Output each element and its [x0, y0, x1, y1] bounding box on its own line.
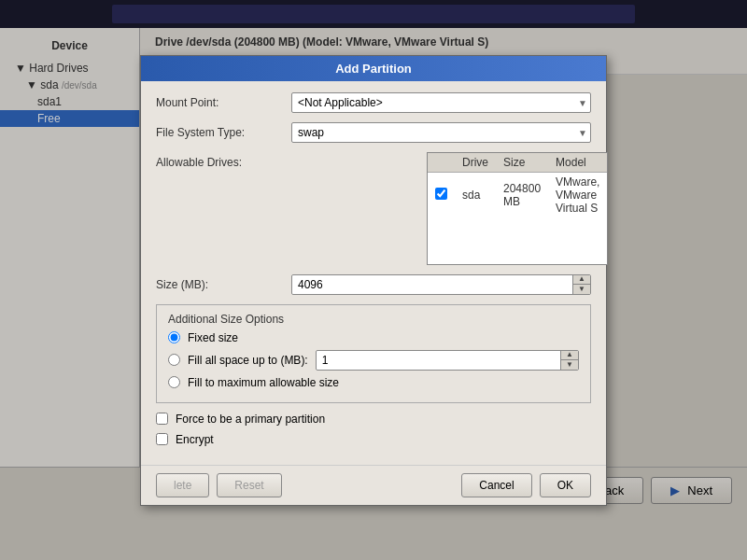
drive-checkbox[interactable] [435, 188, 447, 200]
fill-all-space-label: Fill all space up to (MB): [188, 354, 308, 367]
size-decrement-button[interactable]: ▼ [573, 285, 590, 294]
additional-size-options-group: Additional Size Options Fixed size Fill … [156, 304, 591, 403]
size-spinbox-buttons: ▲ ▼ [572, 275, 590, 294]
encrypt-row: Encrypt [156, 433, 591, 446]
drive-model-cell: VMware, VMware Virtual S [548, 172, 607, 217]
col-check [428, 153, 455, 173]
reset-button[interactable]: Reset [217, 473, 281, 497]
fill-all-space-row: Fill all space up to (MB): ▲ ▼ [168, 350, 579, 371]
additional-size-options-label: Additional Size Options [168, 313, 579, 326]
force-primary-row: Force to be a primary partition [156, 413, 591, 426]
col-drive: Drive [455, 153, 496, 173]
encrypt-label: Encrypt [176, 433, 214, 446]
dialog-title: Add Partition [141, 56, 606, 81]
mount-point-label: Mount Point: [156, 96, 291, 109]
fill-all-space-radio[interactable] [168, 354, 180, 366]
force-primary-checkbox[interactable] [156, 413, 168, 425]
size-increment-button[interactable]: ▲ [573, 275, 590, 286]
size-row: Size (MB): ▲ ▼ [156, 274, 591, 295]
fixed-size-radio[interactable] [168, 331, 180, 343]
mount-point-select[interactable]: <Not Applicable> [291, 92, 591, 113]
size-spinbox: ▲ ▼ [291, 274, 591, 295]
allowable-drives-table: Drive Size Model sda 204800 [428, 153, 607, 217]
size-input[interactable] [292, 275, 572, 294]
cancel-button[interactable]: Cancel [461, 473, 531, 497]
fixed-size-row: Fixed size [168, 331, 579, 344]
file-system-type-select[interactable]: swap ext4 ext3 xfs vfat [291, 122, 591, 143]
fill-max-row: Fill to maximum allowable size [168, 376, 579, 389]
drive-name-cell: sda [455, 172, 496, 217]
dialog-footer: lete Reset Cancel OK [141, 465, 606, 505]
mount-point-row: Mount Point: <Not Applicable> ▼ [156, 92, 591, 113]
fill-value-spinbox: ▲ ▼ [316, 350, 579, 371]
file-system-type-row: File System Type: swap ext4 ext3 xfs vfa… [156, 122, 591, 143]
ok-button[interactable]: OK [540, 473, 591, 497]
delete-button[interactable]: lete [156, 473, 209, 497]
fill-decrement-button[interactable]: ▼ [561, 360, 578, 370]
fixed-size-label: Fixed size [188, 331, 238, 344]
allowable-drives-table-wrapper: Drive Size Model sda 204800 [427, 152, 608, 265]
file-system-type-label: File System Type: [156, 126, 291, 139]
force-primary-label: Force to be a primary partition [176, 413, 325, 426]
dialog-body: Mount Point: <Not Applicable> ▼ File Sys… [141, 81, 606, 465]
allowable-drives-row: Allowable Drives: Drive Size Model [156, 152, 591, 265]
table-row: sda 204800 MB VMware, VMware Virtual S [428, 172, 607, 217]
mount-point-select-wrapper: <Not Applicable> ▼ [291, 92, 591, 113]
add-partition-dialog: Add Partition Mount Point: <Not Applicab… [140, 55, 607, 506]
col-model: Model [548, 153, 607, 173]
size-label: Size (MB): [156, 278, 291, 291]
file-system-type-select-wrapper: swap ext4 ext3 xfs vfat ▼ [291, 122, 591, 143]
size-control: ▲ ▼ [291, 274, 591, 295]
drive-size-cell: 204800 MB [496, 172, 548, 217]
drive-checkbox-cell[interactable] [428, 172, 455, 217]
fill-max-radio[interactable] [168, 376, 180, 388]
encrypt-checkbox[interactable] [156, 433, 168, 445]
mount-point-control: <Not Applicable> ▼ [291, 92, 591, 113]
drives-table-spacer [428, 217, 607, 264]
col-size: Size [496, 153, 548, 173]
fill-increment-button[interactable]: ▲ [561, 351, 578, 361]
file-system-type-control: swap ext4 ext3 xfs vfat ▼ [291, 122, 591, 143]
fill-spinbox-buttons: ▲ ▼ [560, 351, 578, 370]
modal-overlay: Add Partition Mount Point: <Not Applicab… [0, 0, 747, 560]
fill-max-label: Fill to maximum allowable size [188, 376, 339, 389]
fill-value-input[interactable] [317, 351, 560, 370]
allowable-drives-label: Allowable Drives: [156, 152, 291, 169]
